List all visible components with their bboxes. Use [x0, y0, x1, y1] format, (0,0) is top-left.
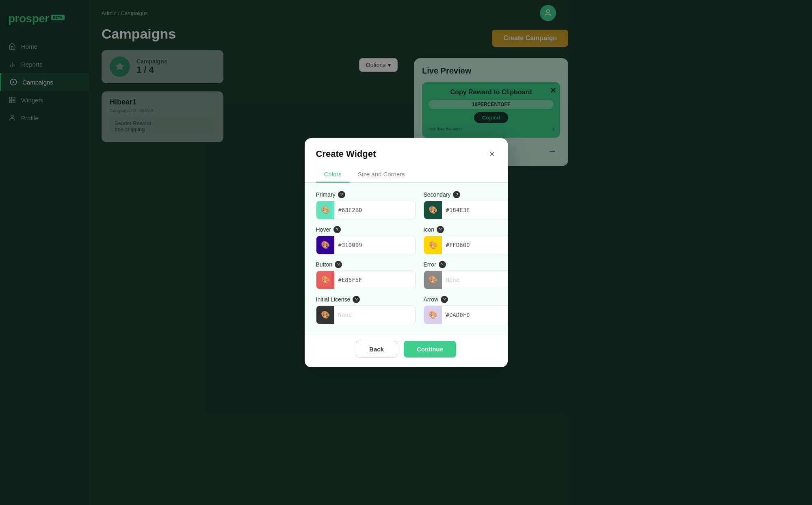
palette-icon: 🎨 — [429, 206, 437, 215]
dialog-footer: Back Continue — [305, 334, 508, 367]
color-field-arrow: Arrow ? 🎨 — [424, 296, 508, 324]
initial-license-help-icon[interactable]: ? — [353, 296, 360, 303]
hover-help-icon[interactable]: ? — [333, 226, 341, 233]
secondary-swatch[interactable]: 🎨 — [424, 201, 442, 219]
color-field-hover: Hover ? 🎨 — [316, 226, 416, 254]
initial-license-color-input[interactable] — [334, 312, 415, 318]
primary-label: Primary — [316, 191, 336, 198]
icon-color-input[interactable] — [442, 242, 508, 248]
primary-help-icon[interactable]: ? — [338, 191, 345, 198]
palette-icon: 🎨 — [321, 241, 330, 249]
tab-size-corners[interactable]: Size and Corners — [350, 167, 413, 183]
palette-icon: 🎨 — [321, 310, 330, 319]
icon-help-icon[interactable]: ? — [437, 226, 444, 233]
palette-icon: 🎨 — [321, 206, 330, 215]
dialog-overlay: Create Widget × Colors Size and Corners … — [0, 0, 568, 505]
initial-license-label-row: Initial License ? — [316, 296, 416, 303]
hover-color-input[interactable] — [334, 242, 415, 248]
hover-label-row: Hover ? — [316, 226, 416, 233]
error-label-row: Error ? — [424, 261, 508, 268]
button-input-row: 🎨 — [316, 271, 416, 289]
continue-button[interactable]: Continue — [404, 341, 456, 358]
secondary-input-row: 🎨 — [424, 201, 508, 219]
button-label-row: Button ? — [316, 261, 416, 268]
create-widget-dialog: Create Widget × Colors Size and Corners … — [305, 138, 508, 367]
dialog-header: Create Widget × — [305, 138, 508, 160]
arrow-label: Arrow — [424, 296, 439, 303]
error-help-icon[interactable]: ? — [439, 261, 446, 268]
primary-label-row: Primary ? — [316, 191, 416, 198]
icon-label: Icon — [424, 226, 434, 233]
initial-license-input-row: 🎨 — [316, 306, 416, 324]
button-help-icon[interactable]: ? — [335, 261, 342, 268]
secondary-color-input[interactable] — [442, 207, 508, 213]
initial-license-swatch[interactable]: 🎨 — [316, 306, 334, 324]
color-field-primary: Primary ? 🎨 — [316, 191, 416, 219]
hover-swatch[interactable]: 🎨 — [316, 236, 334, 254]
color-field-initial-license: Initial License ? 🎨 — [316, 296, 416, 324]
error-color-input[interactable] — [442, 277, 508, 283]
color-field-icon: Icon ? 🎨 — [424, 226, 508, 254]
palette-icon: 🎨 — [429, 241, 437, 249]
icon-swatch[interactable]: 🎨 — [424, 236, 442, 254]
primary-color-input[interactable] — [334, 207, 415, 213]
error-swatch[interactable]: 🎨 — [424, 271, 442, 289]
colors-grid: Primary ? 🎨 Secondary ? — [316, 191, 496, 324]
hover-label: Hover — [316, 226, 331, 233]
primary-swatch[interactable]: 🎨 — [316, 201, 334, 219]
color-field-button: Button ? 🎨 — [316, 261, 416, 289]
tab-colors[interactable]: Colors — [316, 167, 350, 183]
dialog-title: Create Widget — [316, 149, 376, 159]
button-swatch[interactable]: 🎨 — [316, 271, 334, 289]
dialog-close-button[interactable]: × — [488, 148, 496, 160]
primary-input-row: 🎨 — [316, 201, 416, 219]
error-input-row: 🎨 — [424, 271, 508, 289]
back-button[interactable]: Back — [356, 341, 397, 358]
dialog-body: Primary ? 🎨 Secondary ? — [305, 183, 508, 334]
arrow-help-icon[interactable]: ? — [441, 296, 448, 303]
dialog-tabs: Colors Size and Corners — [305, 160, 508, 183]
color-field-error: Error ? 🎨 — [424, 261, 508, 289]
button-color-input[interactable] — [334, 277, 415, 283]
icon-input-row: 🎨 — [424, 236, 508, 254]
palette-icon: 🎨 — [429, 275, 437, 284]
hover-input-row: 🎨 — [316, 236, 416, 254]
color-field-secondary: Secondary ? 🎨 — [424, 191, 508, 219]
palette-icon: 🎨 — [321, 275, 330, 284]
secondary-label: Secondary — [424, 191, 451, 198]
arrow-swatch[interactable]: 🎨 — [424, 306, 442, 324]
secondary-label-row: Secondary ? — [424, 191, 508, 198]
palette-icon: 🎨 — [429, 310, 437, 319]
arrow-label-row: Arrow ? — [424, 296, 508, 303]
arrow-color-input[interactable] — [442, 312, 508, 318]
arrow-input-row: 🎨 — [424, 306, 508, 324]
error-label: Error — [424, 261, 436, 268]
secondary-help-icon[interactable]: ? — [453, 191, 460, 198]
initial-license-label: Initial License — [316, 296, 351, 303]
icon-label-row: Icon ? — [424, 226, 508, 233]
button-label: Button — [316, 261, 332, 268]
